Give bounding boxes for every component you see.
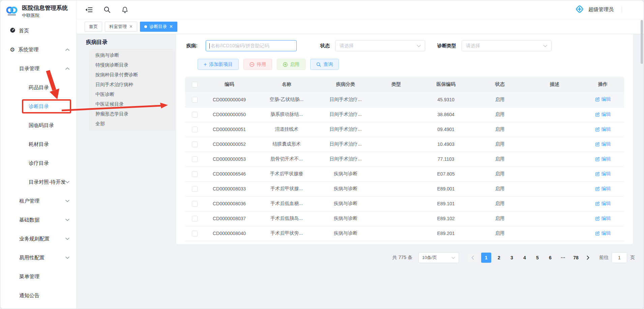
cell-status: 启用: [472, 92, 528, 107]
sidebar-menu-item[interactable]: 通知公告: [0, 286, 76, 305]
cell-desc: [528, 226, 582, 241]
sidebar-menu-item[interactable]: 诊断目录: [0, 97, 76, 116]
row-checkbox[interactable]: [192, 231, 198, 236]
tab-department[interactable]: 科室管理 ✕: [105, 22, 137, 32]
tab-close-icon[interactable]: ✕: [129, 24, 133, 29]
row-checkbox[interactable]: [192, 127, 198, 132]
edit-button[interactable]: 编辑: [595, 126, 611, 132]
row-checkbox[interactable]: [192, 97, 198, 103]
cell-action: 编辑: [582, 137, 624, 152]
cell-action: 编辑: [582, 166, 624, 181]
enable-button[interactable]: 启用: [277, 59, 305, 70]
edit-button[interactable]: 编辑: [595, 215, 611, 222]
query-button[interactable]: 查询: [310, 59, 339, 70]
sidebar-menu-item[interactable]: 耗材目录: [0, 135, 76, 154]
category-list-item[interactable]: 中医诊断: [89, 89, 175, 99]
page-number-button[interactable]: 3: [507, 253, 517, 263]
row-checkbox[interactable]: [192, 216, 198, 222]
page-number-button[interactable]: 4: [520, 253, 530, 263]
category-list-item[interactable]: 肿瘤形态学目录: [89, 109, 175, 119]
page-number-button[interactable]: 78: [571, 253, 581, 263]
diagnosis-type-select[interactable]: 请选择: [462, 40, 552, 51]
tab-close-icon[interactable]: ✕: [169, 24, 173, 29]
row-checkbox[interactable]: [192, 141, 198, 147]
scrollbar-thumb[interactable]: [641, 20, 643, 64]
tab-home[interactable]: 首页: [85, 22, 102, 32]
row-checkbox[interactable]: [192, 201, 198, 207]
tab-diagnosis-catalog[interactable]: 诊断目录 ✕: [140, 22, 177, 32]
category-list-item[interactable]: 日间手术治疗病种: [89, 80, 175, 89]
cell-category: 日间手术治疗...: [319, 92, 373, 107]
row-checkbox[interactable]: [192, 112, 198, 118]
cell-checkbox: [185, 137, 204, 152]
edit-button[interactable]: 编辑: [595, 171, 611, 177]
cell-desc: [528, 92, 582, 107]
edit-button[interactable]: 编辑: [595, 141, 611, 147]
status-select[interactable]: 请选择: [335, 40, 425, 51]
sidebar-menu-item[interactable]: 菜单管理: [0, 267, 76, 286]
diagnosis-type-filter-label: 诊断类型: [437, 43, 456, 49]
edit-button[interactable]: 编辑: [595, 230, 611, 236]
category-list-item[interactable]: 按病种目录付费诊断: [89, 70, 175, 80]
cell-type: [373, 122, 420, 137]
search-icon[interactable]: [104, 6, 111, 13]
column-header: 类型: [373, 77, 420, 92]
disable-button[interactable]: 停用: [243, 59, 272, 70]
prev-page-button[interactable]: [468, 253, 478, 263]
category-list-item[interactable]: 全部: [89, 119, 175, 129]
sidebar-menu-item[interactable]: ⚙ 系统管理: [0, 40, 76, 59]
column-header: 状态: [472, 77, 528, 92]
page-number-button[interactable]: 1: [481, 253, 491, 263]
category-list-item[interactable]: 特慢病诊断目录: [89, 60, 175, 70]
sidebar-menu-item[interactable]: 目录管理: [0, 59, 76, 78]
edit-button[interactable]: 编辑: [595, 111, 611, 118]
page-size-select[interactable]: 10条/页: [418, 252, 459, 263]
sidebar-menu-item[interactable]: 业务规则配置: [0, 229, 76, 248]
page-number-button[interactable]: 5: [532, 253, 543, 263]
cell-code: CD0000000050: [204, 107, 255, 122]
cell-checkbox: [185, 181, 204, 196]
sidebar-menu-item[interactable]: 诊疗目录: [0, 154, 76, 173]
row-checkbox[interactable]: [192, 186, 198, 192]
edit-button[interactable]: 编辑: [595, 156, 611, 162]
sidebar-menu-item[interactable]: 首页: [0, 21, 76, 40]
edit-button[interactable]: 编辑: [595, 201, 611, 207]
cell-desc: [528, 107, 582, 122]
plus-icon: +: [204, 62, 207, 67]
cell-action: 编辑: [582, 122, 624, 137]
cell-name: 手术后甲状腺...: [255, 181, 319, 196]
bell-icon[interactable]: [121, 6, 128, 14]
cell-desc: [528, 122, 582, 137]
page-number-button[interactable]: 2: [494, 253, 504, 263]
cell-insurance-code: E89.102: [420, 211, 472, 226]
pagination-bar: 共 775 条 10条/页 123456···78 前往 页: [392, 252, 635, 263]
sidebar-menu-item[interactable]: 药品目录: [0, 78, 76, 97]
page-number-button[interactable]: 6: [545, 253, 555, 263]
cell-checkbox: [185, 92, 204, 107]
row-checkbox[interactable]: [192, 156, 198, 162]
sidebar-menu-item[interactable]: 基础数据: [0, 210, 76, 229]
add-item-button[interactable]: + 添加新项目: [198, 59, 239, 70]
disease-search-input[interactable]: 名称/ICD10编码/拼音助记码: [206, 40, 297, 51]
cell-category: 疾病与诊断: [319, 211, 373, 226]
sidebar-menu-item[interactable]: 目录对照-待开发: [0, 173, 76, 191]
tab-label: 首页: [89, 24, 98, 30]
row-checkbox[interactable]: [192, 171, 198, 177]
category-list-item[interactable]: 疾病与诊断: [89, 50, 175, 60]
category-list-item[interactable]: 中医证候目录: [89, 99, 175, 109]
cell-action: 编辑: [582, 152, 624, 166]
next-page-button[interactable]: [583, 253, 593, 263]
cell-code: CD0000008040: [204, 226, 255, 241]
sidebar-menu-item[interactable]: 国临码目录: [0, 116, 76, 135]
select-all-checkbox[interactable]: [192, 82, 198, 87]
filter-row: 疾病: 名称/ICD10编码/拼音助记码 状态 请选择 诊断类型 请选择: [176, 34, 633, 51]
diagnosis-table: 编码名称疾病分类类型医保编码状态描述操作 CD0000000049 空肠-乙状结…: [185, 77, 624, 241]
user-menu[interactable]: 超级管理员: [574, 4, 634, 16]
sidebar-menu-item[interactable]: 租户管理: [0, 191, 76, 210]
sidebar-fold-icon[interactable]: [85, 6, 93, 13]
cell-category: 疾病与诊断: [319, 181, 373, 196]
sidebar-menu-item[interactable]: 易用性配置: [0, 248, 76, 267]
goto-page-input[interactable]: [612, 252, 627, 263]
edit-button[interactable]: 编辑: [595, 186, 611, 192]
edit-button[interactable]: 编辑: [595, 96, 611, 102]
